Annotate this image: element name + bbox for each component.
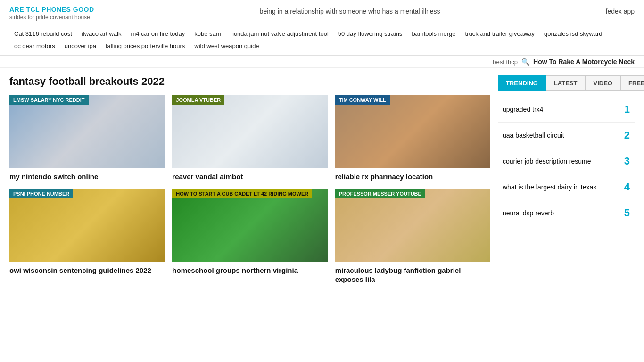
card-placeholder-image xyxy=(335,95,490,168)
card-title: my nintendo switch online xyxy=(9,172,165,181)
card-image: TIM CONWAY WILL xyxy=(335,95,490,168)
nav-item[interactable]: gonzales isd skyward xyxy=(539,28,607,40)
trending-list: upgraded trx4 1 uaa basketball circuit 2… xyxy=(498,97,635,226)
card-placeholder-image xyxy=(9,95,165,168)
card-tag: LMSW SALARY NYC REDDIT xyxy=(9,95,89,105)
trending-item-label: upgraded trx4 xyxy=(503,105,614,114)
card-placeholder-image xyxy=(9,189,165,262)
nav-item[interactable]: wild west weapon guide xyxy=(190,40,264,52)
nav-item[interactable]: honda jam nut valve adjustment tool xyxy=(226,28,333,40)
trending-item-number: 3 xyxy=(619,155,630,167)
top-bar: ARE TCL PHONES GOOD strides for pride co… xyxy=(0,0,644,25)
trending-item-label: what is the largest dairy in texas xyxy=(503,183,614,191)
card-title: homeschool groups northern virginia xyxy=(172,266,327,275)
card-tag: TIM CONWAY WILL xyxy=(335,95,390,105)
card-grid: LMSW SALARY NYC REDDIT my nintendo switc… xyxy=(9,95,490,284)
logo-link[interactable]: ARE TCL PHONES GOOD xyxy=(9,6,94,13)
page-title: fantasy football breakouts 2022 xyxy=(9,75,490,88)
card-tag: HOW TO START A CUB CADET LT 42 RIDING MO… xyxy=(172,189,312,198)
trending-item-number: 1 xyxy=(619,103,630,115)
article-card[interactable]: JOOMLA VTUBER reaver vandal aimbot xyxy=(172,95,327,181)
trending-item-label: courier job description resume xyxy=(503,157,614,165)
trending-item-number: 4 xyxy=(619,181,630,193)
top-right-text: fedex app xyxy=(606,8,635,15)
sidebar-tab-latest[interactable]: LATEST xyxy=(546,75,586,91)
article-card[interactable]: TIM CONWAY WILL reliable rx pharmacy loc… xyxy=(335,95,490,181)
trending-item-number: 5 xyxy=(619,207,630,219)
trending-item[interactable]: upgraded trx4 1 xyxy=(498,97,635,123)
nav-item[interactable]: ilwaco art walk xyxy=(77,28,126,40)
nav-item[interactable]: dc gear motors xyxy=(9,40,60,52)
main-container: fantasy football breakouts 2022 LMSW SAL… xyxy=(0,68,644,292)
trending-item[interactable]: neural dsp reverb 5 xyxy=(498,200,635,226)
article-card[interactable]: LMSW SALARY NYC REDDIT my nintendo switc… xyxy=(9,95,165,181)
featured-text: How To Rake A Motorcycle Neck xyxy=(533,58,635,66)
nav-item[interactable]: kobe sam xyxy=(190,28,225,40)
nav-item[interactable]: bamtools merge xyxy=(407,28,460,40)
card-tag: PSNI PHONE NUMBER xyxy=(9,189,73,198)
card-title: miraculous ladybug fanfiction gabriel ex… xyxy=(335,266,490,284)
logo-tagline: strides for pride covenant house xyxy=(9,14,94,21)
logo: ARE TCL PHONES GOOD strides for pride co… xyxy=(9,6,94,21)
card-placeholder-image xyxy=(172,95,327,168)
card-image: PROFESSOR MESSER YOUTUBE xyxy=(335,189,490,262)
nav-item[interactable]: Cat 3116 rebuild cost xyxy=(9,28,77,40)
nav-item[interactable]: 50 day flowering strains xyxy=(333,28,407,40)
search-icon[interactable]: 🔍 xyxy=(521,58,529,66)
content-area: fantasy football breakouts 2022 LMSW SAL… xyxy=(9,75,490,284)
card-placeholder-image xyxy=(172,189,327,262)
secondary-nav: best thcp 🔍 How To Rake A Motorcycle Nec… xyxy=(0,56,644,68)
card-title: owi wisconsin sentencing guidelines 2022 xyxy=(9,266,165,275)
card-tag: JOOMLA VTUBER xyxy=(172,95,224,105)
trending-item[interactable]: courier job description resume 3 xyxy=(498,148,635,174)
card-tag: PROFESSOR MESSER YOUTUBE xyxy=(335,189,425,198)
card-image: HOW TO START A CUB CADET LT 42 RIDING MO… xyxy=(172,189,327,262)
sidebar-tab-video[interactable]: VIDEO xyxy=(585,75,620,91)
center-search-text: being in a relationship with someone who… xyxy=(94,8,606,15)
secondary-search-text: best thcp xyxy=(493,58,518,66)
nav-item[interactable]: m4 car on fire today xyxy=(126,28,190,40)
sidebar-tab-free[interactable]: FREE xyxy=(620,75,644,91)
tab-bar: TRENDINGLATESTVIDEOFREE xyxy=(498,75,635,91)
trending-item[interactable]: what is the largest dairy in texas 4 xyxy=(498,174,635,200)
card-image: JOOMLA VTUBER xyxy=(172,95,327,168)
nav-item[interactable]: falling prices porterville hours xyxy=(101,40,190,52)
trending-item-label: uaa basketball circuit xyxy=(503,131,614,140)
nav-item[interactable]: truck and trailer giveaway xyxy=(461,28,539,40)
article-card[interactable]: PROFESSOR MESSER YOUTUBE miraculous lady… xyxy=(335,189,490,284)
nav-item[interactable]: uncover ipa xyxy=(60,40,101,52)
nav-bar: Cat 3116 rebuild costilwaco art walkm4 c… xyxy=(0,25,644,56)
article-card[interactable]: PSNI PHONE NUMBER owi wisconsin sentenci… xyxy=(9,189,165,284)
card-placeholder-image xyxy=(335,189,490,262)
card-image: PSNI PHONE NUMBER xyxy=(9,189,165,262)
article-card[interactable]: HOW TO START A CUB CADET LT 42 RIDING MO… xyxy=(172,189,327,284)
card-title: reaver vandal aimbot xyxy=(172,172,327,181)
trending-item[interactable]: uaa basketball circuit 2 xyxy=(498,123,635,148)
sidebar: TRENDINGLATESTVIDEOFREE upgraded trx4 1 … xyxy=(498,75,635,284)
card-image: LMSW SALARY NYC REDDIT xyxy=(9,95,165,168)
card-title: reliable rx pharmacy location xyxy=(335,172,490,181)
trending-item-number: 2 xyxy=(619,129,630,141)
sidebar-tab-trending[interactable]: TRENDING xyxy=(498,75,546,91)
trending-item-label: neural dsp reverb xyxy=(503,209,614,217)
